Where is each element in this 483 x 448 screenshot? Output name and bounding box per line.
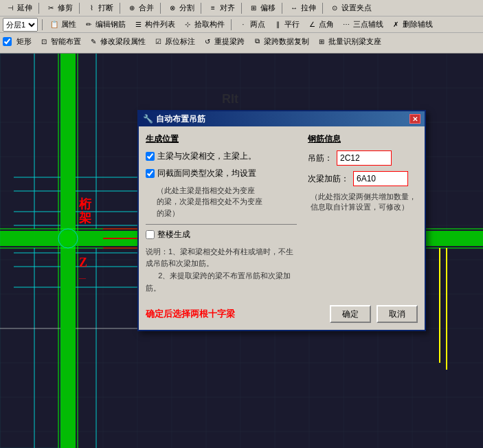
dialog-titlebar: 🔧 自动布置吊筋 ✕ — [139, 111, 425, 126]
spanscopy-icon: ⧉ — [251, 36, 262, 47]
sep4 — [160, 3, 161, 14]
complist-icon: ☰ — [133, 19, 144, 30]
modifyseg-icon: ✎ — [88, 36, 99, 47]
tb-twopoint[interactable]: · 两点 — [236, 19, 267, 31]
note1-text: （此处主梁是指相交处为变座的梁，次梁是指相交处不为变座的梁） — [157, 185, 297, 219]
hanger-label: 吊筋： — [308, 153, 333, 164]
tb-threepoint[interactable]: ⋯ 三点辅线 — [339, 19, 385, 31]
tb-inplace[interactable]: ☑ 原位标注 — [150, 35, 197, 47]
extend-icon: ⊣ — [5, 3, 16, 14]
checkbox-row-1: 主梁与次梁相交，主梁上。 — [146, 150, 297, 162]
field-row-addrebar: 次梁加筋： — [308, 171, 418, 186]
dialog-close-button[interactable]: ✕ — [409, 114, 420, 124]
sep9 — [42, 19, 43, 30]
setgrip-icon: ⊙ — [329, 3, 340, 14]
checkbox-row-3: 整楼生成 — [146, 229, 297, 240]
autolayout-icon: ⊡ — [38, 36, 49, 47]
toolbar-row2: 分层1 📋 属性 ✏ 编辑钢筋 ☰ 构件列表 ⊹ 拾取构件 · 两点 ∥ 平行 … — [0, 16, 483, 33]
stretch-icon: ↔ — [289, 3, 300, 14]
checkbox-wholefloor[interactable] — [146, 230, 155, 239]
toolbar-row1: ⊣ 延伸 ✂ 修剪 ⌇ 打断 ⊕ 合并 ⊗ 分割 ≡ 对齐 ⊞ — [0, 0, 483, 16]
sep10 — [231, 19, 232, 30]
tb-property[interactable]: 📋 属性 — [47, 19, 78, 31]
sep2 — [79, 3, 80, 14]
tb-extend[interactable]: ⊣ 延伸 — [3, 2, 34, 14]
svg-text:RIt: RIt — [222, 92, 238, 106]
svg-text:Z: Z — [79, 256, 87, 269]
toolbar: ⊣ 延伸 ✂ 修剪 ⌇ 打断 ⊕ 合并 ⊗ 分割 ≡ 对齐 ⊞ — [0, 0, 483, 54]
dialog-footer: 确定后选择两根十字梁 确定 取消 — [139, 301, 425, 330]
tb-autolayout[interactable]: ⊡ 智能布置 — [36, 35, 83, 47]
right-section-title: 钢筋信息 — [308, 133, 418, 145]
tb-delauxline[interactable]: ✗ 删除辅线 — [388, 19, 435, 31]
layer-select[interactable]: 分层1 — [3, 18, 38, 32]
ok-button[interactable]: 确定 — [330, 305, 371, 323]
hanger-input[interactable] — [337, 150, 392, 166]
field-row-hanger: 吊筋： — [308, 150, 418, 166]
trim-icon: ✂ — [45, 3, 56, 14]
tb-pickup[interactable]: ⊹ 拾取构件 — [180, 19, 227, 31]
sep5 — [201, 3, 201, 14]
sep1 — [38, 3, 39, 14]
sep3 — [120, 3, 120, 14]
checkbox1-label: 主梁与次梁相交，主梁上。 — [157, 150, 256, 162]
addrebar-label: 次梁加筋： — [308, 173, 349, 185]
tb-offset[interactable]: ⊞ 偏移 — [246, 2, 278, 14]
batchid-icon: ⊞ — [316, 36, 327, 47]
reextract-icon: ↺ — [202, 36, 213, 47]
note2-text: 说明：1、梁和梁相交处外有柱或墙时，不生成吊筋和次梁加筋。 2、来提取梁跨的梁不… — [146, 246, 297, 294]
merge-icon: ⊕ — [126, 3, 137, 14]
break-icon: ⌇ — [86, 3, 97, 14]
dialog-right-panel: 钢筋信息 吊筋： 次梁加筋： （此处指次梁两侧共增加数量，信息取自计算设置，可修… — [308, 133, 418, 294]
checkbox2-label: 同截面同类型次梁，均设置 — [157, 168, 256, 179]
tb-reextract[interactable]: ↺ 重提梁跨 — [200, 35, 247, 47]
checkbox-samesection[interactable] — [146, 169, 155, 178]
field2-note: （此处指次梁两侧共增加数量，信息取自计算设置，可修改） — [311, 192, 418, 213]
checkbox-rect[interactable] — [3, 37, 12, 46]
dialog-title: 🔧 自动布置吊筋 — [143, 113, 205, 125]
tb-angle[interactable]: ∠ 点角 — [304, 19, 336, 31]
threepoint-icon: ⋯ — [341, 19, 352, 30]
tb-break[interactable]: ⌇ 打断 — [84, 2, 115, 14]
sep7 — [282, 3, 282, 14]
tb-split[interactable]: ⊗ 分割 — [165, 2, 196, 14]
tb-parallel[interactable]: ∥ 平行 — [270, 19, 302, 31]
delauxline-icon: ✗ — [390, 19, 401, 30]
checkbox-row-2: 同截面同类型次梁，均设置 — [146, 168, 297, 179]
offset-icon: ⊞ — [248, 3, 259, 14]
svg-rect-25 — [60, 54, 76, 448]
svg-text:—: — — [78, 274, 87, 282]
property-icon: 📋 — [49, 19, 60, 30]
tb-align[interactable]: ≡ 对齐 — [205, 2, 237, 14]
toolbar-row3: 矩形 ⊡ 智能布置 ✎ 修改梁段属性 ☑ 原位标注 ↺ 重提梁跨 ⧉ 梁跨数据复… — [0, 33, 483, 49]
left-section-title: 生成位置 — [146, 133, 297, 145]
tb-modifyseg[interactable]: ✎ 修改梁段属性 — [86, 35, 148, 47]
cancel-button[interactable]: 取消 — [377, 305, 418, 323]
tb-trim[interactable]: ✂ 修剪 — [43, 2, 75, 14]
angle-icon: ∠ — [306, 19, 317, 30]
tb-merge[interactable]: ⊕ 合并 — [124, 2, 156, 14]
tb-batchid[interactable]: ⊞ 批量识别梁支座 — [314, 35, 383, 47]
tb-rect[interactable]: 矩形 — [14, 36, 34, 47]
tb-setgrip[interactable]: ⊙ 设置夹点 — [327, 2, 374, 14]
tb-spanscopy[interactable]: ⧉ 梁跨数据复制 — [249, 35, 311, 47]
tb-stretch[interactable]: ↔ 拉伸 — [287, 2, 318, 14]
svg-text:架: 架 — [79, 211, 91, 225]
checkbox-mainbeam[interactable] — [146, 152, 155, 161]
inplace-icon: ☑ — [153, 36, 164, 47]
checkbox3-label: 整楼生成 — [157, 229, 190, 240]
tb-complist[interactable]: ☰ 构件列表 — [131, 19, 177, 31]
addrebar-input[interactable] — [353, 171, 408, 186]
sep8 — [322, 3, 323, 14]
dialog-icon: 🔧 — [143, 114, 153, 124]
tb-editrebar[interactable]: ✏ 编辑钢筋 — [81, 19, 128, 31]
auto-place-hanger-dialog: 🔧 自动布置吊筋 ✕ 生成位置 主梁与次梁相交，主梁上。 同截面同类型次梁，均设… — [137, 110, 426, 331]
twopoint-icon: · — [238, 19, 249, 30]
svg-text:桁: 桁 — [78, 197, 92, 211]
split-icon: ⊗ — [167, 3, 178, 14]
parallel-icon: ∥ — [272, 19, 283, 30]
pickup-icon: ⊹ — [182, 19, 193, 30]
dialog-body: 生成位置 主梁与次梁相交，主梁上。 同截面同类型次梁，均设置 （此处主梁是指相交… — [139, 126, 425, 301]
confirm-text: 确定后选择两根十字梁 — [146, 308, 324, 320]
align-icon: ≡ — [207, 3, 218, 14]
